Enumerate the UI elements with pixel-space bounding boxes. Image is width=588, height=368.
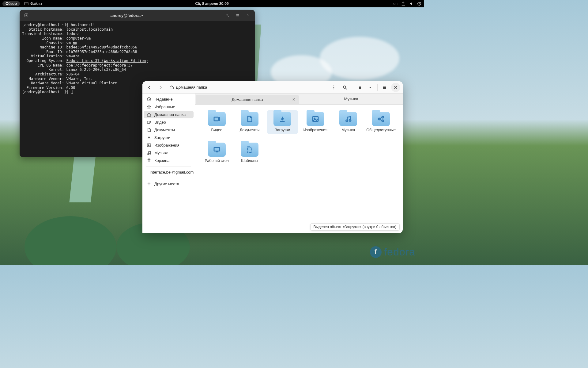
folder-item[interactable]: Загрузки <box>267 110 298 134</box>
files-statusbar: Выделен объект «Загрузки» (внутри 0 объе… <box>310 223 400 231</box>
svg-point-3 <box>226 14 228 16</box>
folder-label: Рабочий стол <box>205 159 228 163</box>
view-list-button[interactable] <box>355 83 364 92</box>
files-sidebar: НедавниеИзбранныеДомашняя папкаВидеоДоку… <box>142 94 195 233</box>
activities-button[interactable]: Обзор <box>2 1 20 6</box>
svg-point-7 <box>343 86 346 88</box>
files-window: Домашняя папка НедавниеИзбранныеДомашняя… <box>142 81 403 233</box>
folder-icon <box>208 112 226 126</box>
sidebar-item-image[interactable]: Изображения <box>144 141 194 149</box>
clock[interactable]: Сб, 8 апреля 20:09 <box>195 2 228 6</box>
power-icon[interactable] <box>417 2 421 6</box>
sidebar-item-video[interactable]: Видео <box>144 118 194 126</box>
volume-icon[interactable] <box>409 2 413 6</box>
clock-icon <box>147 97 151 102</box>
svg-point-5 <box>334 87 334 88</box>
folder-icon <box>208 143 226 157</box>
image-icon <box>147 143 151 148</box>
gnome-topbar: Обзор Файлы Сб, 8 апреля 20:09 en <box>0 0 424 7</box>
terminal-search-button[interactable] <box>223 11 232 20</box>
folder-item[interactable]: Общедоступные <box>366 110 397 134</box>
home-icon <box>147 112 151 117</box>
tab[interactable]: Домашняя папка✕ <box>196 95 299 104</box>
download-icon <box>147 135 151 140</box>
folder-icon <box>273 112 291 126</box>
sidebar-item-download[interactable]: Загрузки <box>144 134 194 141</box>
folder-icon <box>372 112 390 126</box>
fedora-badge-icon: f <box>370 246 382 258</box>
keyboard-layout-indicator[interactable]: en <box>394 2 398 6</box>
svg-point-6 <box>334 88 334 89</box>
tab-label: Музыка <box>344 97 358 101</box>
sidebar-item-label: Документы <box>154 128 175 132</box>
folder-item[interactable]: Музыка <box>333 110 364 134</box>
sidebar-item-label: Недавние <box>154 97 173 102</box>
tab[interactable]: Музыка <box>300 94 403 104</box>
app-menu[interactable]: Файлы <box>24 2 42 6</box>
sidebar-item-music[interactable]: Музыка <box>144 149 194 157</box>
svg-point-4 <box>334 85 334 86</box>
sidebar-item-clock[interactable]: Недавние <box>144 95 194 103</box>
folder-label: Общедоступные <box>366 128 396 132</box>
location-path[interactable]: Домашняя папка <box>167 84 209 91</box>
app-menu-label: Файлы <box>30 2 42 6</box>
files-close-button[interactable] <box>391 83 400 92</box>
files-tabstrip: Домашняя папка✕Музыка <box>195 94 403 105</box>
files-app-icon <box>24 2 28 6</box>
sidebar-item-label: interface.bel@gmail.com <box>150 170 194 174</box>
sidebar-item-star[interactable]: Избранные <box>144 103 194 111</box>
location-label: Домашняя папка <box>176 85 207 90</box>
folder-label: Шаблоны <box>241 159 258 163</box>
files-headerbar: Домашняя папка <box>142 81 403 94</box>
folder-item[interactable]: Изображения <box>300 110 331 134</box>
sidebar-item-cloud[interactable]: interface.bel@gmail.com <box>144 168 194 176</box>
folder-label: Видео <box>211 128 222 132</box>
svg-point-13 <box>149 153 151 154</box>
files-kebab-button[interactable] <box>329 83 338 92</box>
music-icon <box>147 151 151 155</box>
doc-icon <box>147 128 151 132</box>
network-icon[interactable] <box>401 2 405 6</box>
folder-icon <box>241 112 258 126</box>
folder-label: Загрузки <box>275 128 290 132</box>
folder-item[interactable]: Шаблоны <box>234 141 265 165</box>
trash-icon <box>147 158 151 163</box>
svg-rect-14 <box>214 117 218 121</box>
sidebar-item-doc[interactable]: Документы <box>144 126 194 134</box>
folder-label: Изображения <box>303 128 327 132</box>
fedora-watermark: f fedora <box>370 246 415 258</box>
sidebar-item-label: Другие места <box>154 182 179 186</box>
svg-point-12 <box>148 153 149 155</box>
plus-icon <box>147 182 151 186</box>
star-icon <box>147 105 151 109</box>
folder-icon <box>339 112 357 126</box>
terminal-menu-button[interactable] <box>233 11 242 20</box>
forward-button[interactable] <box>156 83 165 92</box>
files-search-button[interactable] <box>340 83 349 92</box>
sidebar-item-label: Загрузки <box>154 135 170 140</box>
folder-item[interactable]: Документы <box>234 110 265 134</box>
folder-item[interactable]: Видео <box>201 110 232 134</box>
folder-label: Музыка <box>341 128 355 132</box>
sidebar-item-label: Музыка <box>154 151 168 155</box>
terminal-close-button[interactable] <box>244 11 252 20</box>
sidebar-item-plus[interactable]: Другие места <box>144 180 194 188</box>
folder-label: Документы <box>240 128 259 132</box>
folder-item[interactable]: Рабочий стол <box>201 141 232 165</box>
sidebar-item-home[interactable]: Домашняя папка <box>144 111 194 118</box>
new-tab-button[interactable] <box>22 11 31 20</box>
view-options-button[interactable] <box>366 83 375 92</box>
sidebar-item-label: Видео <box>154 120 166 125</box>
back-button[interactable] <box>145 83 154 92</box>
tab-close-button[interactable]: ✕ <box>291 97 296 102</box>
video-icon <box>147 120 151 125</box>
svg-rect-0 <box>24 2 28 5</box>
sidebar-item-trash[interactable]: Корзина <box>144 157 194 164</box>
sidebar-item-label: Домашняя папка <box>154 112 186 117</box>
tab-label: Домашняя папка <box>232 97 263 102</box>
terminal-titlebar[interactable]: andrey@fedora:~ <box>20 10 255 21</box>
terminal-title: andrey@fedora:~ <box>32 13 221 18</box>
hamburger-button[interactable] <box>380 83 389 92</box>
files-iconview[interactable]: ВидеоДокументыЗагрузкиИзображенияМузыкаО… <box>195 105 403 233</box>
sidebar-item-label: Изображения <box>154 143 179 148</box>
